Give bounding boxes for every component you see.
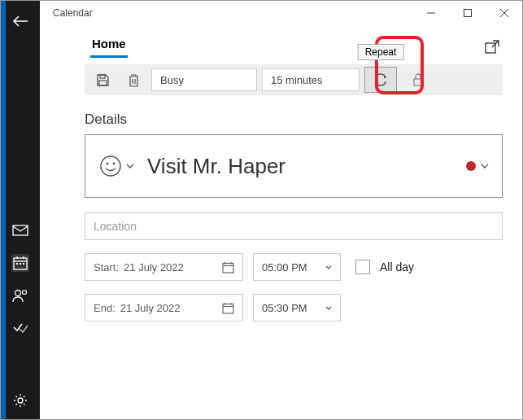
svg-rect-15 xyxy=(486,43,495,53)
status-select[interactable]: Busy xyxy=(151,68,257,91)
repeat-button[interactable] xyxy=(364,67,397,93)
minimize-button[interactable] xyxy=(412,1,449,25)
chevron-down-icon xyxy=(325,265,332,269)
repeat-tooltip: Repeat xyxy=(358,44,404,60)
save-button[interactable] xyxy=(89,68,115,92)
svg-rect-18 xyxy=(414,79,422,85)
svg-rect-22 xyxy=(223,263,233,273)
emoji-picker[interactable] xyxy=(98,154,134,178)
allday-label: All day xyxy=(380,260,414,273)
svg-point-21 xyxy=(113,163,115,165)
chevron-down-icon xyxy=(325,306,332,310)
back-button[interactable] xyxy=(12,15,28,27)
start-date-value: 21 July 2022 xyxy=(124,261,184,273)
end-time-field[interactable]: 05:30 PM xyxy=(253,294,341,322)
mail-icon[interactable] xyxy=(11,221,29,239)
tab-home[interactable]: Home xyxy=(90,33,128,58)
end-label: End: xyxy=(94,302,115,314)
start-row: Start: 21 July 2022 05:00 PM All day xyxy=(85,253,503,281)
svg-point-19 xyxy=(101,156,120,176)
svg-rect-26 xyxy=(223,304,233,313)
close-button[interactable] xyxy=(486,1,522,25)
location-input[interactable]: Location xyxy=(85,212,503,240)
delete-button[interactable] xyxy=(120,68,146,92)
start-date-field[interactable]: Start: 21 July 2022 xyxy=(85,253,243,281)
end-date-field[interactable]: End: 21 July 2022 xyxy=(85,294,243,322)
people-icon[interactable] xyxy=(11,287,29,304)
svg-point-8 xyxy=(15,291,21,296)
start-time-field[interactable]: 05:00 PM xyxy=(253,253,341,281)
svg-point-10 xyxy=(18,398,23,403)
content-pane: Calendar Home Busy 1 xyxy=(40,1,522,419)
calendar-icon xyxy=(222,261,234,273)
start-label: Start: xyxy=(94,261,119,273)
titlebar: Calendar xyxy=(40,1,522,25)
svg-rect-6 xyxy=(20,263,21,265)
svg-point-9 xyxy=(23,291,27,295)
smiley-icon xyxy=(98,154,123,178)
maximize-button[interactable] xyxy=(449,1,486,25)
svg-rect-7 xyxy=(23,263,24,265)
calendar-icon xyxy=(222,302,234,314)
svg-rect-5 xyxy=(16,263,18,265)
toolbar: Busy 15 minutes Repeat xyxy=(85,64,503,95)
chevron-down-icon xyxy=(126,164,134,168)
chevron-down-icon xyxy=(481,164,489,168)
app-rail xyxy=(1,1,40,419)
svg-rect-16 xyxy=(100,75,105,78)
status-value: Busy xyxy=(160,74,184,86)
svg-rect-17 xyxy=(99,81,107,85)
end-date-value: 21 July 2022 xyxy=(120,302,181,314)
tab-strip: Home xyxy=(40,25,522,58)
private-button[interactable] xyxy=(405,68,431,92)
reminder-value: 15 minutes xyxy=(271,74,323,86)
todo-icon[interactable] xyxy=(11,319,29,337)
reminder-select[interactable]: 15 minutes xyxy=(262,68,360,91)
svg-rect-12 xyxy=(464,10,471,17)
end-time-value: 05:30 PM xyxy=(262,302,307,314)
settings-icon[interactable] xyxy=(11,392,29,409)
event-title-box: Visit Mr. Haper xyxy=(85,134,503,198)
category-color-dot xyxy=(466,161,476,171)
svg-rect-0 xyxy=(13,225,28,235)
calendar-rail-icon[interactable] xyxy=(11,254,29,272)
event-name-input[interactable]: Visit Mr. Haper xyxy=(147,154,466,179)
end-row: End: 21 July 2022 05:30 PM xyxy=(85,294,503,322)
start-time-value: 05:00 PM xyxy=(262,261,307,273)
window-title: Calendar xyxy=(53,7,93,19)
svg-point-20 xyxy=(107,163,109,165)
location-placeholder: Location xyxy=(94,220,137,233)
details-heading: Details xyxy=(85,112,503,128)
category-picker[interactable] xyxy=(466,161,489,171)
allday-checkbox[interactable] xyxy=(355,260,370,274)
popout-button[interactable] xyxy=(482,37,503,58)
